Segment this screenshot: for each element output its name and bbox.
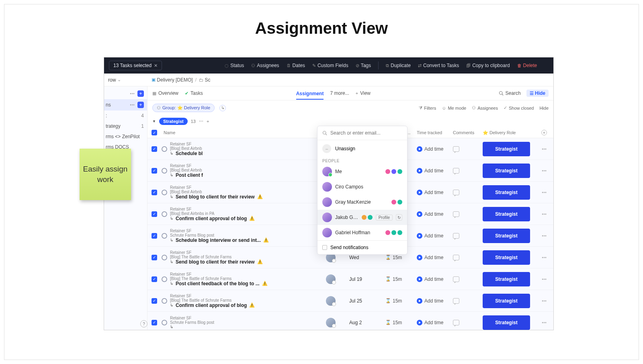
tags-action[interactable]: ⊘Tags: [356, 63, 371, 68]
status-icon[interactable]: [162, 211, 167, 217]
add-time-button[interactable]: Add time: [417, 320, 453, 325]
status-icon[interactable]: [162, 276, 167, 282]
sidebar-item[interactable]: :4: [104, 110, 147, 121]
row-checkbox[interactable]: [152, 146, 157, 152]
filters-button[interactable]: ⧩Filters: [419, 105, 436, 110]
due-date[interactable]: Jul 19: [349, 276, 362, 282]
comment-icon[interactable]: [453, 276, 459, 282]
time-estimate[interactable]: ⌛15m: [385, 298, 417, 304]
assignees-filter-button[interactable]: ⚇Assignees: [472, 105, 498, 110]
sidebar-item-label[interactable]: row: [108, 77, 116, 83]
profile-button[interactable]: Profile: [376, 215, 393, 221]
status-icon[interactable]: [162, 320, 167, 325]
popover-search[interactable]: [317, 126, 407, 140]
assignees-action[interactable]: ⚇Assignees: [251, 63, 279, 68]
row-checkbox[interactable]: [152, 233, 157, 239]
row-menu-icon[interactable]: ⋯: [542, 211, 547, 217]
delivery-role-pill[interactable]: Strategist: [483, 207, 530, 221]
row-checkbox[interactable]: [152, 320, 157, 325]
sidebar-item[interactable]: ⋯ +: [104, 88, 147, 99]
row-menu-icon[interactable]: ⋯: [542, 276, 547, 282]
send-notifications-checkbox[interactable]: [322, 245, 327, 250]
delete-action[interactable]: 🗑Delete: [517, 63, 537, 68]
row-menu-icon[interactable]: ⋯: [542, 320, 547, 325]
delivery-role-pill[interactable]: Strategist: [483, 294, 530, 308]
assignee-avatar[interactable]: [326, 318, 336, 327]
delivery-role-pill[interactable]: Strategist: [483, 229, 530, 243]
row-checkbox[interactable]: [152, 211, 157, 217]
status-icon[interactable]: [162, 190, 167, 195]
due-date[interactable]: Wed: [349, 255, 359, 260]
add-time-button[interactable]: Add time: [417, 146, 453, 152]
comment-icon[interactable]: [453, 190, 459, 195]
delivery-role-pill[interactable]: Strategist: [483, 315, 530, 330]
tab-tasks[interactable]: ✔Tasks: [185, 90, 203, 96]
status-action[interactable]: ◌Status: [225, 63, 244, 68]
delivery-role-pill[interactable]: Strategist: [483, 164, 530, 178]
duplicate-action[interactable]: ⧉Duplicate: [386, 63, 411, 68]
person-option[interactable]: Gray MacKenzie: [317, 194, 407, 210]
status-icon[interactable]: [162, 233, 167, 239]
row-checkbox[interactable]: [152, 276, 157, 282]
sidebar-item[interactable]: ns⋯ +: [104, 99, 147, 110]
person-option[interactable]: Me: [317, 164, 407, 179]
add-time-button[interactable]: Add time: [417, 168, 453, 174]
dates-action[interactable]: 🗓Dates: [287, 63, 305, 68]
status-icon[interactable]: [162, 146, 167, 152]
hide-button[interactable]: ☰ Hide: [526, 90, 549, 97]
unassign-option[interactable]: – Unassign: [317, 140, 407, 157]
task-row[interactable]: Retainer SF[Blog] The Battle of Schrute …: [147, 268, 553, 290]
subtask-toggle-icon[interactable]: ↳: [219, 105, 226, 111]
assignee-avatar[interactable]: [326, 274, 336, 284]
tab-overview[interactable]: ▦Overview: [152, 90, 178, 96]
chevron-down-icon[interactable]: ▼: [152, 119, 156, 123]
row-menu-icon[interactable]: ⋯: [542, 146, 547, 152]
add-icon[interactable]: +: [137, 102, 144, 108]
status-icon[interactable]: [162, 168, 167, 174]
comment-icon[interactable]: [453, 320, 459, 325]
time-estimate[interactable]: ⌛15m: [385, 276, 417, 282]
select-all-checkbox[interactable]: [152, 130, 157, 135]
add-view-button[interactable]: +View: [356, 90, 371, 96]
col-comments[interactable]: Comments: [453, 130, 483, 135]
delivery-role-pill[interactable]: Strategist: [483, 272, 530, 286]
person-option[interactable]: Gabriel Hoffman: [317, 225, 407, 240]
row-checkbox[interactable]: [152, 168, 157, 174]
col-role[interactable]: ⭐ Delivery Role: [483, 130, 535, 135]
show-closed-button[interactable]: ✓Show closed: [504, 105, 534, 110]
more-icon[interactable]: ⋯: [130, 102, 135, 108]
group-by-pill[interactable]: ⚇Group: ⭐ Delivery Role: [152, 104, 215, 112]
comment-icon[interactable]: [453, 298, 459, 304]
row-checkbox[interactable]: [152, 190, 157, 195]
help-icon[interactable]: ?: [140, 320, 147, 327]
tab-assignment[interactable]: Assignment: [296, 91, 324, 100]
add-time-button[interactable]: Add time: [417, 276, 453, 282]
group-menu-icon[interactable]: ⋯: [199, 119, 203, 124]
chevron-down-icon[interactable]: ⌄: [117, 77, 121, 82]
add-time-button[interactable]: Add time: [417, 298, 453, 304]
convert-action[interactable]: ⇄Convert to Tasks: [418, 63, 459, 68]
col-tracked[interactable]: Time tracked: [417, 130, 453, 135]
me-mode-button[interactable]: ☺Me mode: [442, 106, 466, 110]
breadcrumb-space[interactable]: Delivery [DEMO]: [157, 77, 192, 83]
task-row[interactable]: Retainer SF[Blog] The Battle of Schrute …: [147, 290, 553, 312]
delivery-role-pill[interactable]: Strategist: [483, 250, 530, 265]
add-time-button[interactable]: Add time: [417, 255, 453, 260]
row-menu-icon[interactable]: ⋯: [542, 168, 547, 174]
person-option[interactable]: Ciro Campos: [317, 179, 407, 194]
more-icon[interactable]: ⋯: [130, 91, 135, 96]
due-date[interactable]: Jul 25: [349, 298, 362, 304]
selected-count-pill[interactable]: 13 Tasks selected ✕: [109, 61, 162, 70]
time-estimate[interactable]: ⌛15m: [385, 320, 417, 325]
add-icon[interactable]: +: [137, 90, 144, 97]
add-task-icon[interactable]: +: [207, 119, 209, 124]
breadcrumb-folder[interactable]: Sc: [205, 77, 210, 83]
comment-icon[interactable]: [453, 211, 459, 217]
close-icon[interactable]: ✕: [154, 63, 158, 68]
search-button[interactable]: Search: [499, 90, 521, 96]
person-option[interactable]: Jakub Gr...Profile↻: [317, 210, 407, 225]
row-menu-icon[interactable]: ⋯: [542, 190, 547, 195]
custom-fields-action[interactable]: ✎Custom Fields: [312, 63, 348, 68]
assignee-avatar[interactable]: [326, 296, 336, 306]
row-menu-icon[interactable]: ⋯: [542, 298, 547, 304]
